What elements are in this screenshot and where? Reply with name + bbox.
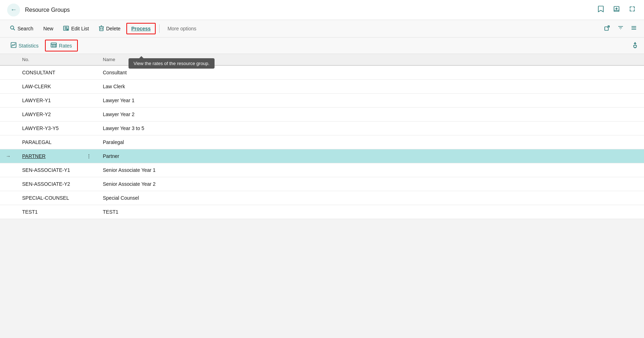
row-dots-cell bbox=[81, 191, 97, 205]
row-no-cell: PARTNER bbox=[16, 149, 81, 163]
row-name-cell: TEST1 bbox=[97, 205, 644, 219]
new-button[interactable]: New bbox=[39, 24, 57, 34]
back-button[interactable]: ← bbox=[7, 4, 20, 16]
row-arrow-cell bbox=[0, 191, 16, 205]
row-name-cell: Senior Associate Year 1 bbox=[97, 163, 644, 177]
col-dots-header bbox=[81, 54, 97, 65]
toolbar: Search New Edit List Delete bbox=[0, 20, 644, 38]
table-row[interactable]: SEN-ASSOCIATE-Y1Senior Associate Year 1 bbox=[0, 163, 644, 177]
row-name-cell: Lawyer Year 1 bbox=[97, 94, 644, 108]
new-label: New bbox=[43, 26, 53, 31]
subtoolbar: Statistics Rates View the rates of the r… bbox=[0, 38, 644, 54]
search-icon bbox=[10, 25, 15, 32]
export-button[interactable] bbox=[612, 4, 621, 15]
table-row[interactable]: CONSULTANTConsultant bbox=[0, 65, 644, 80]
page-title: Resource Groups bbox=[25, 7, 596, 13]
rates-label: Rates bbox=[59, 43, 72, 49]
statistics-label: Statistics bbox=[19, 43, 39, 49]
svg-line-2 bbox=[14, 29, 15, 30]
filter-button[interactable] bbox=[616, 24, 625, 34]
row-dots-cell bbox=[81, 108, 97, 121]
row-no-cell: SEN-ASSOCIATE-Y1 bbox=[16, 163, 81, 177]
rates-icon bbox=[51, 43, 57, 49]
row-no-cell: LAWYER-Y2 bbox=[16, 108, 81, 121]
table-container: No. Name CONSULTANTConsultantLAW-CLERKLa… bbox=[0, 54, 644, 219]
row-dots-cell bbox=[81, 163, 97, 177]
statistics-button[interactable]: Statistics bbox=[6, 40, 44, 51]
more-options-label: More options bbox=[167, 26, 196, 31]
process-button[interactable]: Process bbox=[126, 23, 156, 34]
row-name-cell: Consultant bbox=[97, 65, 644, 80]
statistics-icon bbox=[11, 42, 16, 49]
table-row[interactable]: PARALEGALParalegal bbox=[0, 135, 644, 149]
header-actions bbox=[596, 4, 637, 16]
rates-button[interactable]: Rates bbox=[45, 40, 78, 51]
pin-button[interactable] bbox=[632, 42, 638, 50]
row-dots-cell bbox=[81, 94, 97, 108]
toolbar-right-actions bbox=[603, 24, 638, 34]
table-row[interactable]: →PARTNER⋮Partner bbox=[0, 149, 644, 163]
table-header-row: No. Name bbox=[0, 54, 644, 65]
row-dots-cell bbox=[81, 135, 97, 149]
delete-button[interactable]: Delete bbox=[95, 23, 125, 34]
row-arrow-cell bbox=[0, 205, 16, 219]
app-header: ← Resource Groups bbox=[0, 0, 644, 20]
col-no-header: No. bbox=[16, 54, 81, 65]
table-row[interactable]: LAW-CLERKLaw Clerk bbox=[0, 80, 644, 94]
share-button[interactable] bbox=[603, 24, 612, 34]
edit-list-button[interactable]: Edit List bbox=[59, 24, 93, 34]
process-label: Process bbox=[131, 26, 151, 31]
bookmark-button[interactable] bbox=[596, 4, 605, 16]
columns-button[interactable] bbox=[629, 24, 638, 34]
table-row[interactable]: SEN-ASSOCIATE-Y2Senior Associate Year 2 bbox=[0, 177, 644, 191]
row-no-cell: SPECIAL-COUNSEL bbox=[16, 191, 81, 205]
row-no-cell: SEN-ASSOCIATE-Y2 bbox=[16, 177, 81, 191]
col-arrow-header bbox=[0, 54, 16, 65]
row-name-cell: Law Clerk bbox=[97, 80, 644, 94]
row-arrow-cell bbox=[0, 163, 16, 177]
row-dots-cell bbox=[81, 205, 97, 219]
row-dots-cell bbox=[81, 177, 97, 191]
row-dots-cell[interactable]: ⋮ bbox=[81, 149, 97, 163]
table-body: CONSULTANTConsultantLAW-CLERKLaw ClerkLA… bbox=[0, 65, 644, 219]
table-row[interactable]: LAWYER-Y2Lawyer Year 2 bbox=[0, 108, 644, 121]
row-no-cell: PARALEGAL bbox=[16, 135, 81, 149]
row-dots-cell bbox=[81, 121, 97, 135]
row-name-cell: Lawyer Year 2 bbox=[97, 108, 644, 121]
search-button[interactable]: Search bbox=[6, 23, 37, 34]
row-name-cell: Lawyer Year 3 to 5 bbox=[97, 121, 644, 135]
row-arrow-cell bbox=[0, 135, 16, 149]
row-name-cell: Partner bbox=[97, 149, 644, 163]
row-name-cell: Senior Associate Year 2 bbox=[97, 177, 644, 191]
table-row[interactable]: SPECIAL-COUNSELSpecial Counsel bbox=[0, 191, 644, 205]
row-arrow-cell bbox=[0, 177, 16, 191]
delete-label: Delete bbox=[106, 26, 120, 31]
col-name-header: Name bbox=[97, 54, 644, 65]
row-no-cell: LAWYER-Y1 bbox=[16, 94, 81, 108]
subtoolbar-right bbox=[632, 42, 638, 50]
search-label: Search bbox=[17, 26, 33, 31]
table-row[interactable]: LAWYER-Y3-Y5Lawyer Year 3 to 5 bbox=[0, 121, 644, 135]
toolbar-separator bbox=[159, 24, 160, 33]
row-arrow-cell bbox=[0, 94, 16, 108]
more-options-button[interactable]: More options bbox=[163, 24, 201, 34]
expand-button[interactable] bbox=[628, 4, 637, 15]
resource-groups-table: No. Name CONSULTANTConsultantLAW-CLERKLa… bbox=[0, 54, 644, 219]
row-name-cell: Special Counsel bbox=[97, 191, 644, 205]
svg-rect-7 bbox=[100, 27, 103, 31]
row-arrow-cell bbox=[0, 108, 16, 121]
table-row[interactable]: TEST1TEST1 bbox=[0, 205, 644, 219]
edit-list-label: Edit List bbox=[71, 26, 89, 31]
delete-icon bbox=[99, 25, 104, 32]
row-name-cell: Paralegal bbox=[97, 135, 644, 149]
table-row[interactable]: LAWYER-Y1Lawyer Year 1 bbox=[0, 94, 644, 108]
row-no-cell: LAW-CLERK bbox=[16, 80, 81, 94]
row-no-cell: LAWYER-Y3-Y5 bbox=[16, 121, 81, 135]
edit-list-icon bbox=[63, 26, 69, 32]
row-arrow-cell bbox=[0, 80, 16, 94]
svg-point-1 bbox=[11, 26, 14, 29]
row-dots-cell bbox=[81, 80, 97, 94]
row-no-cell: CONSULTANT bbox=[16, 65, 81, 80]
row-no-cell: TEST1 bbox=[16, 205, 81, 219]
row-arrow-cell: → bbox=[0, 149, 16, 163]
